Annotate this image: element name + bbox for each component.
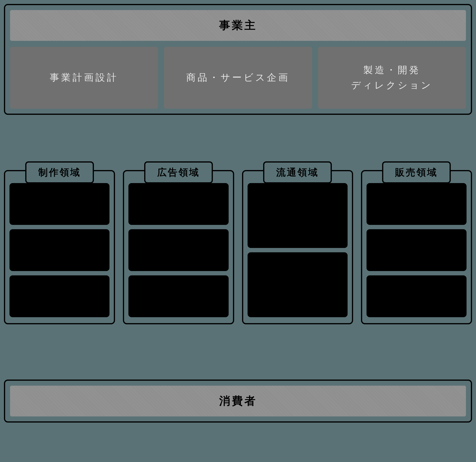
domain-sales: 販売領域 <box>361 170 472 324</box>
domains-row: 制作領域 広告領域 流通領域 <box>4 170 472 324</box>
card-text: 事業計画設計 <box>50 70 118 85</box>
domain-item <box>366 183 467 225</box>
domain-distribution: 流通領域 <box>242 170 353 324</box>
domain-item <box>9 275 110 317</box>
domain-production: 制作領域 <box>4 170 115 324</box>
domain-tab: 広告領域 <box>144 161 213 183</box>
card-text: 商品・サービス企画 <box>186 70 290 85</box>
domain-item <box>247 183 348 248</box>
card-business-plan: 事業計画設計 <box>10 47 158 109</box>
domain-item <box>366 275 467 317</box>
domain-item <box>366 229 467 271</box>
domain-item <box>128 275 229 317</box>
domain-item <box>9 183 110 225</box>
consumer-title: 消費者 <box>219 394 257 407</box>
domain-advertising: 広告領域 <box>123 170 234 324</box>
domain-item <box>128 229 229 271</box>
domain-tab-text: 広告領域 <box>157 167 200 178</box>
domain-item <box>247 252 348 317</box>
diagram-container: 事業主 事業計画設計 商品・サービス企画 製造・開発ディレクション 制作領域 <box>4 4 472 458</box>
domain-items <box>9 183 110 317</box>
business-owner-header: 事業主 <box>10 10 466 41</box>
consumer-box: 消費者 <box>4 380 472 423</box>
domain-tab-text: 販売領域 <box>395 167 438 178</box>
business-owner-box: 事業主 事業計画設計 商品・サービス企画 製造・開発ディレクション <box>4 4 472 115</box>
card-manufacturing: 製造・開発ディレクション <box>318 47 466 109</box>
business-owner-title: 事業主 <box>219 19 257 31</box>
business-owner-cards: 事業計画設計 商品・サービス企画 製造・開発ディレクション <box>10 47 466 109</box>
domain-tab-text: 流通領域 <box>276 167 319 178</box>
domain-items <box>128 183 229 317</box>
domain-tab: 流通領域 <box>263 161 332 183</box>
domain-tab: 販売領域 <box>382 161 451 183</box>
domain-item <box>128 183 229 225</box>
card-text: 製造・開発ディレクション <box>351 62 433 93</box>
domain-tab-text: 制作領域 <box>38 167 81 178</box>
consumer-header: 消費者 <box>10 386 466 416</box>
domain-item <box>9 229 110 271</box>
card-product-service: 商品・サービス企画 <box>164 47 312 109</box>
domain-items <box>366 183 467 317</box>
domain-tab: 制作領域 <box>25 161 94 183</box>
domain-items <box>247 183 348 317</box>
